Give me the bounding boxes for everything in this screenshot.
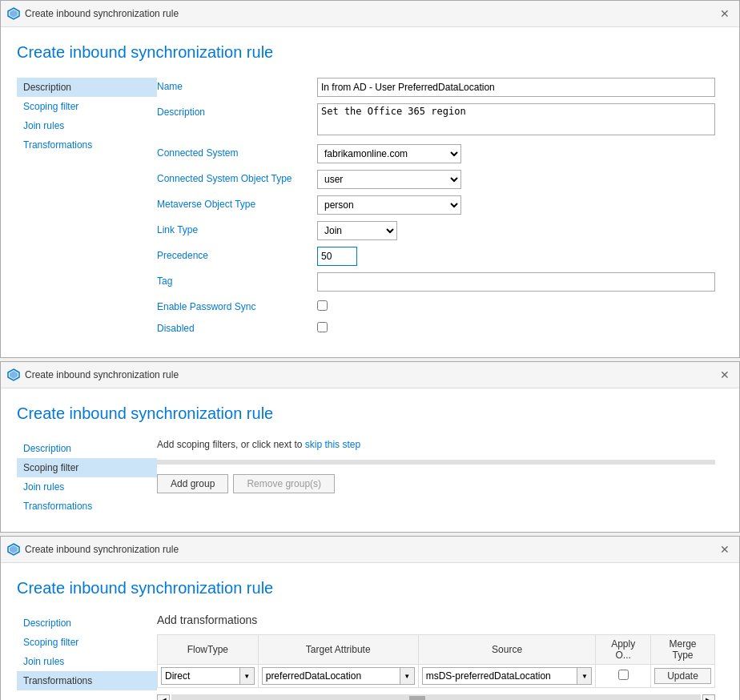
nav-item-description-1[interactable]: Description	[17, 78, 157, 97]
flowtype-cell-content: Direct Constant Expression ▼	[161, 667, 255, 685]
app-icon-1	[7, 7, 20, 20]
close-button-2[interactable]: ✕	[717, 367, 733, 383]
mv-object-type-select[interactable]: person	[317, 195, 461, 215]
password-sync-label: Enable Password Sync	[157, 298, 309, 312]
disabled-label: Disabled	[157, 320, 309, 334]
connected-system-select[interactable]: fabrikamonline.com	[317, 144, 461, 163]
remove-groups-button[interactable]: Remove group(s)	[233, 474, 335, 493]
mv-object-type-label: Metaverse Object Type	[157, 195, 309, 210]
app-icon-3	[7, 543, 20, 556]
col-header-flowtype: FlowType	[158, 635, 259, 665]
name-control	[317, 78, 715, 97]
cell-apply-once	[596, 665, 651, 688]
description-label: Description	[157, 103, 309, 118]
nav-item-join-1[interactable]: Join rules	[17, 116, 157, 135]
transform-title: Add transformations	[157, 614, 715, 626]
disabled-checkbox[interactable]	[317, 322, 328, 332]
description-input[interactable]: Set the Office 365 region	[317, 103, 715, 135]
flowtype-dropdown-arrow[interactable]: ▼	[240, 667, 255, 685]
field-row-description: Description Set the Office 365 region	[157, 103, 715, 138]
field-row-name: Name	[157, 78, 715, 97]
window-heading-2: Create inbound synchronization rule	[17, 404, 715, 423]
nav-item-join-2[interactable]: Join rules	[17, 477, 157, 497]
tag-label: Tag	[157, 272, 309, 287]
window-content-2: Create inbound synchronization rule Desc…	[1, 388, 739, 532]
form-layout-1: Description Scoping filter Join rules Tr…	[17, 78, 715, 341]
link-type-select[interactable]: Join	[317, 221, 397, 240]
field-row-link-type: Link Type Join	[157, 221, 715, 240]
title-bar-3: Create inbound synchronization rule ✕	[1, 537, 739, 563]
link-type-label: Link Type	[157, 221, 309, 235]
precedence-label: Precedence	[157, 247, 309, 261]
close-button-1[interactable]: ✕	[717, 6, 733, 22]
cell-target: preferredDataLocation ▼	[258, 665, 418, 688]
tag-control	[317, 272, 715, 292]
app-icon-2	[7, 368, 20, 381]
nav-item-transformations-1[interactable]: Transformations	[17, 135, 157, 155]
window-3: Create inbound synchronization rule ✕ Cr…	[0, 536, 740, 700]
disabled-control	[317, 320, 715, 335]
add-group-button[interactable]: Add group	[157, 474, 228, 493]
table-header-row: FlowType Target Attribute Source Apply O…	[158, 635, 715, 665]
form-layout-2: Description Scoping filter Join rules Tr…	[17, 439, 715, 516]
source-select[interactable]: msDS-preferredDataLocation	[422, 667, 578, 685]
window-1: Create inbound synchronization rule ✕ Cr…	[0, 0, 740, 358]
field-row-tag: Tag	[157, 272, 715, 292]
nav-item-scoping-1[interactable]: Scoping filter	[17, 97, 157, 116]
field-row-mv-object-type: Metaverse Object Type person	[157, 195, 715, 215]
title-bar-1: Create inbound synchronization rule ✕	[1, 1, 739, 27]
scoping-fields: Add scoping filters, or click next to sk…	[157, 439, 715, 516]
target-cell-content: preferredDataLocation ▼	[262, 667, 415, 685]
scroll-right-button[interactable]: ▶	[702, 694, 715, 700]
apply-once-checkbox[interactable]	[618, 670, 629, 680]
nav-item-scoping-3[interactable]: Scoping filter	[17, 633, 157, 652]
cs-object-type-control: user	[317, 170, 715, 189]
window-content-3: Create inbound synchronization rule Desc…	[1, 563, 739, 700]
field-row-password-sync: Enable Password Sync	[157, 298, 715, 313]
precedence-input[interactable]	[317, 247, 357, 266]
field-row-cs-object-type: Connected System Object Type user	[157, 170, 715, 189]
nav-item-description-3[interactable]: Description	[17, 614, 157, 633]
flowtype-select[interactable]: Direct Constant Expression	[161, 667, 240, 685]
connected-system-control: fabrikamonline.com	[317, 144, 715, 163]
target-attribute-select[interactable]: preferredDataLocation	[262, 667, 400, 685]
password-sync-checkbox[interactable]	[317, 300, 328, 311]
window-title-text-3: Create inbound synchronization rule	[25, 544, 712, 555]
transform-fields: Add transformations FlowType Target Attr…	[157, 614, 715, 700]
col-header-target: Target Attribute	[258, 635, 418, 665]
nav-item-description-2[interactable]: Description	[17, 439, 157, 458]
window-heading-1: Create inbound synchronization rule	[17, 43, 715, 62]
scroll-left-button[interactable]: ◀	[157, 694, 170, 700]
scoping-text-link[interactable]: skip this step	[305, 439, 360, 450]
merge-type-button[interactable]: Update	[654, 668, 711, 684]
connected-system-label: Connected System	[157, 144, 309, 159]
field-row-disabled: Disabled	[157, 320, 715, 335]
window-title-text-2: Create inbound synchronization rule	[25, 369, 712, 380]
nav-panel-3: Description Scoping filter Join rules Tr…	[17, 614, 157, 700]
table-row: Direct Constant Expression ▼	[158, 665, 715, 688]
tag-input[interactable]	[317, 272, 715, 292]
filter-buttons: Add group Remove group(s)	[157, 474, 715, 493]
close-button-3[interactable]: ✕	[717, 541, 733, 557]
link-type-control: Join	[317, 221, 715, 240]
svg-marker-1	[10, 10, 18, 18]
form-layout-3: Description Scoping filter Join rules Tr…	[17, 614, 715, 700]
scoping-text-prefix: Add scoping filters, or click next to	[157, 439, 302, 450]
name-label: Name	[157, 78, 309, 92]
horizontal-scrollbar: ◀ ▶	[157, 694, 715, 700]
nav-item-join-3[interactable]: Join rules	[17, 652, 157, 671]
col-header-merge: Merge Type	[650, 635, 714, 665]
svg-marker-3	[10, 371, 18, 379]
nav-item-transformations-2[interactable]: Transformations	[17, 497, 157, 516]
nav-item-transformations-3[interactable]: Transformations	[17, 671, 157, 690]
name-input[interactable]	[317, 78, 715, 97]
cs-object-type-select[interactable]: user	[317, 170, 461, 189]
target-dropdown-arrow[interactable]: ▼	[400, 667, 415, 685]
nav-item-scoping-2[interactable]: Scoping filter	[17, 458, 157, 477]
mv-object-type-control: person	[317, 195, 715, 215]
col-header-apply: Apply O...	[596, 635, 651, 665]
field-row-precedence: Precedence	[157, 247, 715, 266]
source-dropdown-arrow[interactable]: ▼	[577, 667, 592, 685]
scroll-track[interactable]	[171, 694, 701, 700]
password-sync-control	[317, 298, 715, 313]
